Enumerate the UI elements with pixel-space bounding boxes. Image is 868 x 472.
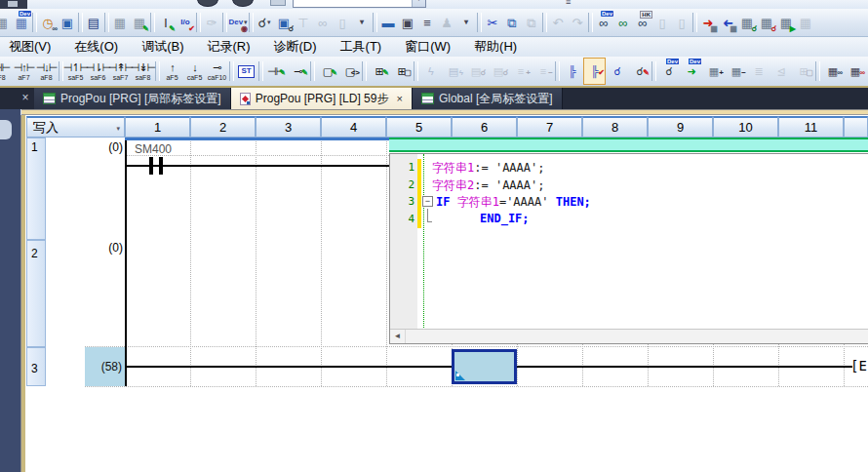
toolbar-overflow-grip-icon[interactable]: ≡	[566, 0, 571, 7]
toolbar-overflow-icon-2[interactable]: ▾	[456, 11, 476, 34]
menu-tools[interactable]: 工具(T)	[335, 37, 387, 57]
contact-open-icon[interactable]: ⊣⊢F8	[0, 58, 13, 85]
scroll-left-icon[interactable]: ◄	[390, 330, 406, 343]
monitor-status-icon[interactable]: ▣	[58, 11, 77, 34]
read-from-plc-icon[interactable]: ➜▦	[718, 11, 737, 34]
watch-window-icon[interactable]: ▤	[84, 11, 103, 34]
tab-progpou-labels[interactable]: ProgPou [PRG] [局部标签设置]	[34, 88, 231, 109]
document-tab-bar: × ProgPou [PRG] [局部标签设置]ProgPou [PRG] [L…	[0, 88, 868, 109]
device-find-dev-icon[interactable]: ☌Dev	[657, 58, 680, 85]
toolbar-separator	[249, 13, 254, 32]
rung-number-cell-1[interactable]: 1	[26, 138, 46, 240]
branch-rising-icon[interactable]: ⊣↟⊢saF7	[109, 58, 132, 85]
rung-number-cell-2[interactable]: 2	[26, 240, 46, 347]
tab-label: ProgPou [PRG] [局部标签设置]	[60, 91, 221, 107]
menu-view[interactable]: 视图(V)	[4, 37, 56, 57]
inline-st-box-icon[interactable]: ST	[235, 58, 257, 85]
note-edit-icon[interactable]: ⊞▢	[390, 58, 413, 85]
delete-module-icon[interactable]: ▦−	[725, 58, 747, 85]
step-number-3-highlighted[interactable]: (58)	[85, 347, 125, 386]
rung-number-cell-3[interactable]: 3	[26, 347, 46, 386]
io-assignment-check-icon[interactable]: I/o✔	[176, 11, 195, 34]
zoom-edit-icon[interactable]: ☌✎	[628, 58, 651, 85]
write-to-plc-icon[interactable]: ➜▦	[698, 11, 718, 34]
device-memory-icon[interactable]: ▦	[110, 11, 130, 34]
edit-contact-icon[interactable]: ⊣⊢✎	[264, 58, 287, 85]
panel-grip[interactable]	[0, 120, 12, 139]
rung-number: 1	[31, 140, 38, 154]
tab-close-icon[interactable]: ×	[396, 93, 402, 104]
device-display-format-icon[interactable]: Dev◉▾	[228, 11, 248, 34]
docked-panel-strip[interactable]	[0, 109, 20, 472]
find-instruction-icon[interactable]: ∞	[613, 11, 633, 34]
list-display-icon[interactable]: ≡	[417, 11, 437, 34]
toolbar-knob-icon-2[interactable]	[232, 0, 254, 7]
branch-close-pulse-icon[interactable]: ⊣⇂⊢saF6	[87, 58, 109, 85]
edit-coil-icon[interactable]: ⊸✎	[287, 58, 309, 85]
display-statement-tree-icon[interactable]: ╠✔	[583, 58, 606, 85]
menu-record[interactable]: 记录(R)	[202, 37, 255, 57]
dialog-display-icon[interactable]: ▣	[398, 11, 417, 34]
branch-open-pulse-icon[interactable]: ⊣↿⊢saF5	[64, 58, 87, 85]
cross-reference-watch-icon[interactable]: ◷∞	[38, 11, 58, 34]
contact-rising-pulse-icon[interactable]: ⊣↑⊢aF7	[13, 58, 35, 85]
label-edit-icon[interactable]: Ⅰ✎	[156, 11, 176, 34]
column-header-7: 7	[517, 116, 582, 138]
no-conversion-icon[interactable]: ⊸caF10	[206, 58, 228, 85]
toolbar-overflow-icon[interactable]: ▾	[352, 11, 372, 34]
find-window-icon[interactable]: ▣☌	[274, 11, 294, 34]
contact-symbol[interactable]	[149, 157, 153, 175]
contact-falling-pulse-icon[interactable]: ⊣↓⊢aF8	[35, 58, 58, 85]
menu-diagnostics[interactable]: 诊断(D)	[269, 37, 322, 57]
branch-falling-icon[interactable]: ⊣↡⊢saF8	[132, 58, 154, 85]
find-module-icon[interactable]: ▦∞	[821, 58, 844, 85]
dropdown-icon[interactable]: ▾	[267, 19, 271, 26]
toolbar-knob-icon[interactable]	[197, 0, 218, 7]
device-batch-replace-icon[interactable]: ➜Dev	[680, 58, 702, 85]
toolbar-separator	[78, 13, 83, 32]
find-device-dev-icon[interactable]: ∞Dev	[594, 11, 613, 34]
module-config-icon[interactable]: ▦	[0, 11, 12, 34]
find-module-error-icon[interactable]: ▦∞	[844, 58, 866, 85]
copy-icon[interactable]: ⧉	[502, 11, 522, 34]
delete-vertical-line-icon[interactable]: ↓caF5	[183, 58, 206, 85]
inline-st-editor[interactable]: 1234 字符串1:= 'AAAA';字符串2:= 'AAAA';−IF 字符串…	[389, 153, 868, 344]
statement-edit-icon[interactable]: ⊞✎	[368, 58, 390, 85]
step-number: (58)	[101, 360, 122, 374]
zoom-icon[interactable]: ☌	[606, 58, 628, 85]
combobox-dropdown-icon[interactable]: ▾	[412, 0, 425, 7]
menu-window[interactable]: 窗口(W)	[400, 37, 455, 57]
intelligent-function-module-icon[interactable]: ▦Dev	[12, 11, 31, 34]
contact-symbol[interactable]	[159, 157, 163, 175]
monitor-start-icon[interactable]: ▦▶	[776, 11, 796, 34]
find-contact-coil-icon[interactable]: ∞HK	[633, 11, 652, 34]
remote-operation-icon[interactable]: ▦☌	[757, 11, 776, 34]
device-jump-icon[interactable]: ☌▾	[255, 11, 274, 34]
cut-icon[interactable]: ✂	[483, 11, 502, 34]
window-display-icon[interactable]: ▬	[378, 11, 398, 34]
tab-label: ProgPou [PRG] [LD] 59步	[256, 91, 389, 107]
toolbar-mini-icon[interactable]	[270, 0, 286, 6]
menu-online[interactable]: 在线(O)	[69, 37, 123, 57]
fold-collapse-icon[interactable]: −	[422, 196, 433, 207]
st-line-number: 4	[390, 213, 414, 225]
insert-module-icon[interactable]: ▦+	[702, 58, 725, 85]
ladder-mode-cell[interactable]: 写入 ▾	[26, 116, 125, 138]
tab-progpou-ladder[interactable]: ProgPou [PRG] [LD] 59步×	[231, 88, 413, 109]
selected-ladder-cell[interactable]	[452, 349, 517, 384]
toolbar-combobox[interactable]: ▾	[293, 0, 426, 8]
inline-st-anchor-row[interactable]	[389, 138, 868, 152]
tab-global-labels[interactable]: Global [全局标签设置]	[413, 88, 563, 109]
st-horizontal-scrollbar[interactable]: ◄	[390, 329, 868, 343]
mode-dropdown-icon[interactable]: ▾	[116, 125, 120, 133]
device-memory-edit-icon[interactable]: ▦✎	[130, 11, 149, 34]
close-pane-icon[interactable]: ×	[19, 91, 32, 105]
comment-edit-icon[interactable]: ▢✎	[316, 58, 338, 85]
column-header-partial	[844, 116, 868, 138]
vertical-line-icon[interactable]: ↑aF5	[161, 58, 183, 85]
menu-help[interactable]: 帮助(H)	[469, 37, 522, 57]
verify-with-plc-icon[interactable]: ▦☌	[737, 11, 757, 34]
comment-code-icon[interactable]: ▢<>	[338, 58, 361, 85]
display-ladder-tree-icon[interactable]: ╠	[561, 58, 583, 85]
menu-debug[interactable]: 调试(B)	[137, 37, 188, 57]
